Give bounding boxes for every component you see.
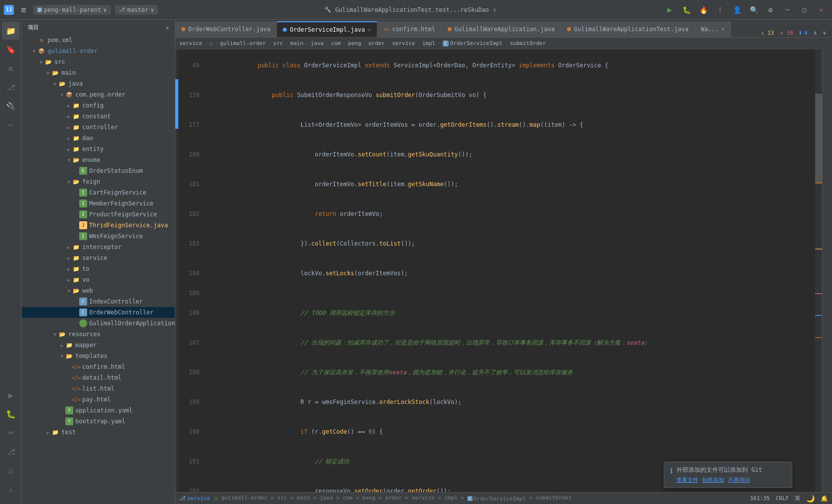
folder-java[interactable]: ▼ 📂 java <box>22 78 175 89</box>
breadcrumb-src[interactable]: src <box>273 40 283 47</box>
file-bootstrap-yaml[interactable]: Y bootstrap.yaml <box>22 416 175 427</box>
folder-main[interactable]: ▼ 📂 main <box>22 67 175 78</box>
terminal-icon[interactable]: ⌨ <box>2 424 20 442</box>
breadcrumb-impl[interactable]: impl <box>422 40 436 47</box>
status-notification-icon[interactable]: 🔔 <box>821 495 828 502</box>
more-button[interactable]: ⋮ <box>713 3 727 17</box>
breadcrumb-circle[interactable]: ○ <box>209 40 213 47</box>
warnings-badge[interactable]: ⚠ 13 <box>759 29 777 37</box>
profile-button[interactable]: 🔥 <box>696 3 710 17</box>
structure-icon[interactable]: ≡ <box>2 59 20 77</box>
breadcrumb-java[interactable]: java <box>311 40 324 47</box>
status-moon-icon[interactable]: 🌙 <box>806 495 815 503</box>
file-order-web-controller[interactable]: C OrderWebController <box>22 307 175 318</box>
folder-entity[interactable]: ▶ 📁 entity <box>22 144 175 154</box>
minimap-icon[interactable]: ⋮ <box>824 51 832 59</box>
settings-button[interactable]: ⚙ <box>764 3 778 17</box>
always-add-link[interactable]: 始终添加 <box>702 476 724 484</box>
plugins-icon[interactable]: 🔌 <box>2 97 20 115</box>
file-confirm-html[interactable]: </> confirm.html <box>22 361 175 372</box>
breadcrumb-order[interactable]: order <box>368 40 385 47</box>
file-index-controller[interactable]: C IndexController <box>22 296 175 307</box>
more-tools-icon[interactable]: ⋯ <box>2 116 20 134</box>
folder-vo[interactable]: ▶ 📁 vo <box>22 274 175 285</box>
file-product-feign-service[interactable]: I ProductFeignService <box>22 209 175 220</box>
tab-confirm-html[interactable]: <> confirm.html <box>377 21 442 37</box>
info-badge[interactable]: ℹ 4 <box>797 29 810 37</box>
file-list-html[interactable]: </> list.html <box>22 383 175 394</box>
sidebar-tree[interactable]: m pom.xml ▼ 📦 gulimall-order ▼ 📂 src ▼ 📂… <box>22 35 175 504</box>
errors-badge[interactable]: ✕ 10 <box>778 29 795 37</box>
breadcrumb-com[interactable]: com <box>331 40 341 47</box>
file-member-feign-service[interactable]: I MemberFeignService <box>22 198 175 209</box>
folder-gulimall-order[interactable]: ▼ 📦 gulimall-order <box>22 46 175 56</box>
folder-src[interactable]: ▼ 📂 src <box>22 56 175 67</box>
folder-feign[interactable]: ▼ 📂 feign <box>22 176 175 187</box>
file-order-status-enum[interactable]: E OrderStatusEnum <box>22 165 175 176</box>
project-icon[interactable]: 📁 <box>2 22 20 40</box>
breadcrumb-service2[interactable]: service <box>392 40 415 47</box>
minimize-button[interactable]: ─ <box>780 3 794 17</box>
debug-icon[interactable]: 🐛 <box>2 405 20 423</box>
folder-interceptor[interactable]: ▶ 📁 interceptor <box>22 242 175 252</box>
folder-to[interactable]: ▶ 📁 to <box>22 263 175 274</box>
folder-templates[interactable]: ▼ 📂 templates <box>22 351 175 361</box>
file-thrid-feign-service[interactable]: J ThridFeignService.java <box>22 220 175 231</box>
status-position[interactable]: 161:35 <box>750 495 770 502</box>
tab-gulimall-ware-application-test[interactable]: GulimallWareApplicationTest.java <box>561 21 695 37</box>
folder-service[interactable]: ▶ 📁 service <box>22 252 175 263</box>
breadcrumb-gulimall-order[interactable]: gulimall-order <box>220 40 266 47</box>
status-path[interactable]: ○ <box>214 495 217 502</box>
scroll-up-button[interactable]: ∧ <box>812 29 819 37</box>
code-editor[interactable]: 49 public class OrderServiceImpl extends… <box>178 50 815 492</box>
run-icon[interactable]: ▶ <box>2 386 20 404</box>
folder-config[interactable]: ▶ 📁 config <box>22 100 175 111</box>
scrollbar-thumb[interactable] <box>815 94 822 182</box>
breadcrumb-order-service-impl[interactable]: C OrderServiceImpl <box>443 40 503 47</box>
folder-com-peng-order[interactable]: ▼ 📦 com.peng.order <box>22 89 175 100</box>
hamburger-menu[interactable]: ≡ <box>18 3 29 16</box>
breadcrumb-main[interactable]: main <box>290 40 304 47</box>
right-scrollbar[interactable] <box>815 50 822 492</box>
file-detail-html[interactable]: </> detail.html <box>22 372 175 383</box>
git-icon[interactable]: ⎇ <box>2 443 20 460</box>
view-files-link[interactable]: 查看文件 <box>676 476 698 484</box>
file-wms-feign-service[interactable]: I WmsFeignService <box>22 231 175 242</box>
breadcrumb-submit-order[interactable]: submitOrder <box>510 40 546 47</box>
maximize-button[interactable]: □ <box>797 3 811 17</box>
folder-controller[interactable]: ▶ 📁 controller <box>22 122 175 133</box>
search-button[interactable]: 🔍 <box>747 3 761 17</box>
tab-order-service-impl[interactable]: OrderServiceImpl.java ✕ <box>277 21 377 37</box>
close-button[interactable]: ✕ <box>814 3 828 17</box>
breadcrumb-peng[interactable]: peng <box>348 40 362 47</box>
file-pom-xml[interactable]: m pom.xml <box>22 35 175 46</box>
folder-test[interactable]: ▶ 📁 test <box>22 427 175 438</box>
file-gulimall-order-application[interactable]: 🌿 GulimallOrderApplication <box>22 318 175 329</box>
folder-mapper[interactable]: ▶ 📁 mapper <box>22 340 175 351</box>
bookmark-icon[interactable]: 🔖 <box>2 41 20 58</box>
vcs-icon[interactable]: ⎇ <box>2 78 20 96</box>
scroll-down-button[interactable]: ∨ <box>821 29 828 37</box>
branch-selector[interactable]: ⎇ master ∨ <box>115 5 158 15</box>
debug-button[interactable]: 🐛 <box>679 3 693 17</box>
folder-dao[interactable]: ▶ 📁 dao <box>22 133 175 144</box>
file-application-yaml[interactable]: Y application.yaml <box>22 405 175 416</box>
status-encoding[interactable]: CRLF <box>776 495 789 502</box>
run-button[interactable]: ▶ <box>663 3 676 17</box>
tab-order-web-controller[interactable]: OrderWebController.java <box>175 21 277 37</box>
breadcrumb-service[interactable]: service <box>179 40 202 47</box>
status-branch-item[interactable]: ⎇ service <box>179 495 210 502</box>
folder-enume[interactable]: ▼ 📂 enume <box>22 154 175 165</box>
tab-gulimall-ware-application[interactable]: GulimallWareApplication.java <box>442 21 561 37</box>
tab-close-button[interactable]: ✕ <box>368 27 371 33</box>
file-cart-feign-service[interactable]: I CartFeignService <box>22 187 175 198</box>
todo-icon[interactable]: ☑ <box>2 461 20 479</box>
status-language[interactable]: 英 <box>795 495 800 502</box>
no-ask-link[interactable]: 不再询问 <box>728 476 750 484</box>
folder-resources[interactable]: ▼ 📂 resources <box>22 329 175 340</box>
tab-wa[interactable]: Wa... ▼ <box>695 21 731 37</box>
folder-constant[interactable]: ▶ 📁 constant <box>22 111 175 122</box>
account-button[interactable]: 👤 <box>730 3 744 17</box>
folder-web[interactable]: ▼ 📂 web <box>22 285 175 296</box>
file-pay-html[interactable]: </> pay.html <box>22 394 175 405</box>
